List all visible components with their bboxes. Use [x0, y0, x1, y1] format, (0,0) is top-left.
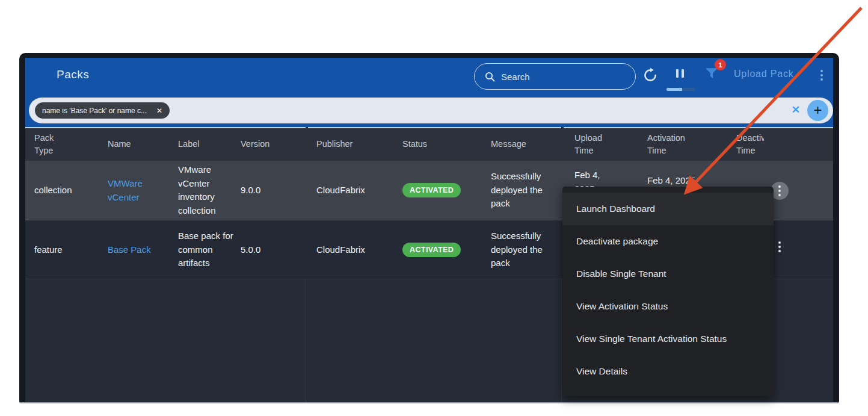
cell-activation-time: Feb 4, 2025	[647, 175, 725, 185]
column-header-label[interactable]: Label	[178, 138, 226, 151]
refresh-progress-bar	[666, 88, 695, 91]
status-badge: ACTIVATED	[402, 243, 461, 257]
menu-item-view-activation-status[interactable]: View Activation Status	[562, 290, 774, 323]
page-title: Packs	[57, 68, 89, 81]
kebab-icon	[820, 78, 823, 81]
refresh-button[interactable]	[642, 67, 659, 84]
row-actions-button[interactable]	[778, 241, 781, 252]
cell-label: VMware vCenter inventory collection	[178, 163, 238, 217]
kebab-icon	[778, 185, 781, 196]
kebab-icon	[778, 241, 781, 244]
column-header-version[interactable]: Version	[241, 138, 295, 151]
menu-item-launch-dashboard[interactable]: Launch Dashboard	[562, 193, 774, 225]
toolbar-overflow-menu-button[interactable]	[820, 70, 823, 81]
refresh-icon	[642, 67, 658, 83]
column-header-name[interactable]: Name	[108, 138, 156, 151]
progress-filled	[666, 88, 682, 91]
status-badge: ACTIVATED	[402, 183, 461, 197]
cell-message: Successfully deployed the pack	[491, 229, 554, 270]
column-header-pack-type[interactable]: Pack Type	[34, 132, 72, 157]
cell-label: Base pack for common artifacts	[178, 229, 238, 270]
cell-pack-type: feature	[34, 243, 100, 257]
filter-chip[interactable]: name is 'Base Pack' or name c... ✕	[35, 102, 170, 119]
row-actions-context-menu: Launch Dashboard Deactivate package Disa…	[562, 187, 774, 396]
kebab-icon	[778, 250, 781, 252]
filter-bar: name is 'Base Pack' or name c... ✕ ✕ +	[29, 98, 833, 123]
filter-chip-label: name is 'Base Pack' or name c...	[42, 107, 147, 115]
clear-filters-button[interactable]: ✕	[792, 104, 800, 116]
search-box[interactable]	[474, 63, 636, 90]
upload-pack-button[interactable]: Upload Pack	[734, 69, 794, 79]
cell-version: 5.0.0	[241, 243, 304, 257]
filter-count-badge: 1	[715, 59, 726, 70]
column-header-upload-time[interactable]: Upload Time	[574, 132, 617, 157]
menu-item-deactivate-package[interactable]: Deactivate package	[562, 225, 774, 258]
filter-chip-remove-icon[interactable]: ✕	[156, 107, 162, 115]
column-header-deactivation-time[interactable]: Deactivation Time	[736, 132, 764, 157]
search-icon	[485, 72, 495, 82]
kebab-icon	[778, 246, 781, 248]
column-header-publisher[interactable]: Publisher	[316, 138, 377, 151]
cell-message: Successfully deployed the pack	[491, 170, 554, 211]
cell-publisher: CloudFabrix	[316, 184, 395, 197]
kebab-icon	[820, 74, 823, 76]
column-header-status[interactable]: Status	[402, 138, 457, 151]
pause-icon	[676, 69, 679, 78]
add-filter-button[interactable]: +	[807, 100, 828, 121]
menu-item-view-single-tenant-activation-status[interactable]: View Single Tenant Activation Status	[562, 323, 774, 355]
pack-name-link[interactable]: Base Pack	[108, 244, 151, 255]
column-header-activation-time[interactable]: Activation Time	[647, 132, 701, 157]
pause-icon	[682, 69, 684, 78]
cell-pack-type: collection	[34, 184, 100, 197]
menu-item-view-details[interactable]: View Details	[562, 355, 774, 388]
kebab-icon	[820, 70, 823, 72]
search-input[interactable]	[501, 66, 621, 87]
cell-publisher: CloudFabrix	[316, 243, 395, 257]
top-toolbar: Packs 1 Upload Pack	[25, 58, 833, 127]
pack-name-link[interactable]: VMWare vCenter	[108, 178, 143, 202]
column-header-message[interactable]: Message	[491, 138, 551, 151]
progress-track	[682, 88, 695, 91]
pause-updates-button[interactable]	[676, 69, 688, 79]
table-header-row: Pack Type Name Label Version Publisher S…	[25, 128, 833, 161]
cell-version: 9.0.0	[241, 184, 304, 197]
menu-item-disable-single-tenant[interactable]: Disable Single Tenant	[562, 258, 774, 290]
